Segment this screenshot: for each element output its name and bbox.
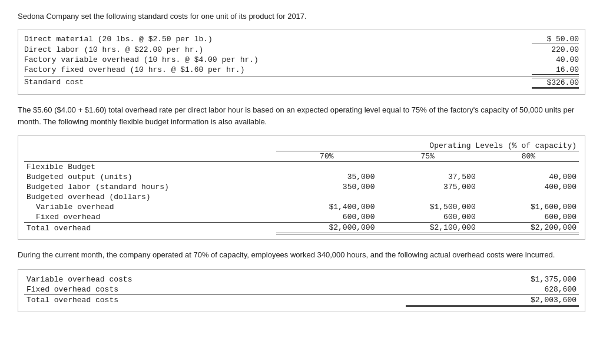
flex-fixed-label: Fixed overhead	[24, 212, 276, 223]
flex-units-v2: 40,000	[478, 172, 579, 182]
column-headers-row: 70% 75% 80%	[24, 151, 579, 162]
operating-levels-header-row: Operating Levels (% of capacity)	[24, 141, 579, 151]
flex-empty-header	[24, 141, 276, 151]
actual-total-value: $2,003,600	[406, 294, 579, 306]
flex-budget-label: Flexible Budget	[24, 162, 276, 173]
flex-total-v2: $2,200,000	[478, 223, 579, 234]
actual-row-fixed: Fixed overhead costs 628,600	[24, 284, 579, 295]
actual-var-value: $1,375,000	[406, 274, 579, 284]
paragraph-text: The $5.60 ($4.00 + $1.60) total overhead…	[18, 104, 585, 127]
actual-fixed-value: 628,600	[406, 284, 579, 295]
flex-row-labor: Budgeted labor (standard hours) 350,000 …	[24, 182, 579, 192]
flexible-budget-section: Operating Levels (% of capacity) 70% 75%…	[18, 135, 585, 240]
flex-var-label: Variable overhead	[24, 202, 276, 212]
paragraph2-text: During the current month, the company op…	[18, 249, 585, 261]
cost-label-var-overhead: Factory variable overhead (10 hrs. @ $4.…	[24, 55, 532, 64]
operating-levels-label: Operating Levels (% of capacity)	[276, 141, 579, 151]
cost-row-var-overhead: Factory variable overhead (10 hrs. @ $4.…	[24, 55, 579, 65]
flex-row-fixed: Fixed overhead 600,000 600,000 600,000	[24, 212, 579, 223]
actual-row-var: Variable overhead costs $1,375,000	[24, 274, 579, 284]
flex-overhead-cat-v0	[276, 192, 377, 202]
flex-total-v1: $2,100,000	[377, 223, 478, 234]
flex-labor-v0: 350,000	[276, 182, 377, 192]
col-75: 75%	[377, 151, 478, 162]
flex-units-v0: 35,000	[276, 172, 377, 182]
flex-row-overhead-cat: Budgeted overhead (dollars)	[24, 192, 579, 202]
flex-fixed-v0: 600,000	[276, 212, 377, 223]
cost-value-total: $326.00	[532, 78, 579, 89]
cost-label-fixed-overhead: Factory fixed overhead (10 hrs. @ $1.60 …	[24, 65, 532, 75]
cost-value-labor: 220.00	[532, 45, 579, 54]
flex-labor-v1: 375,000	[377, 182, 478, 192]
flex-fixed-v1: 600,000	[377, 212, 478, 223]
flex-total-v0: $2,000,000	[276, 223, 377, 234]
flex-total-label: Total overhead	[24, 223, 276, 234]
flex-row0-v2	[478, 162, 579, 173]
flex-label-header	[24, 151, 276, 162]
flexible-budget-table: Operating Levels (% of capacity) 70% 75%…	[24, 141, 579, 234]
cost-row-fixed-overhead: Factory fixed overhead (10 hrs. @ $1.60 …	[24, 65, 579, 75]
actual-costs-section: Variable overhead costs $1,375,000 Fixed…	[18, 269, 585, 312]
flex-labor-label: Budgeted labor (standard hours)	[24, 182, 276, 192]
actual-fixed-label: Fixed overhead costs	[24, 284, 406, 295]
cost-label-labor: Direct labor (10 hrs. @ $22.00 per hr.)	[24, 45, 532, 54]
cost-value-var-overhead: 40.00	[532, 55, 579, 64]
flex-var-v1: $1,500,000	[377, 202, 478, 212]
actual-costs-table: Variable overhead costs $1,375,000 Fixed…	[24, 274, 579, 307]
standard-costs-section: Direct material (20 lbs. @ $2.50 per lb.…	[18, 29, 585, 95]
cost-row-labor: Direct labor (10 hrs. @ $22.00 per hr.) …	[24, 45, 579, 55]
flex-var-v2: $1,600,000	[478, 202, 579, 212]
flex-row-total: Total overhead $2,000,000 $2,100,000 $2,…	[24, 223, 579, 234]
cost-row-material: Direct material (20 lbs. @ $2.50 per lb.…	[24, 34, 579, 45]
actual-var-label: Variable overhead costs	[24, 274, 406, 284]
flex-row-header: Flexible Budget	[24, 162, 579, 173]
actual-total-label: Total overhead costs	[24, 294, 406, 306]
col-80: 80%	[478, 151, 579, 162]
flex-row0-v0	[276, 162, 377, 173]
flex-row-units: Budgeted output (units) 35,000 37,500 40…	[24, 172, 579, 182]
flex-var-v0: $1,400,000	[276, 202, 377, 212]
cost-value-fixed-overhead: 16.00	[532, 65, 579, 75]
flex-row-var: Variable overhead $1,400,000 $1,500,000 …	[24, 202, 579, 212]
flex-row0-v1	[377, 162, 478, 173]
cost-label-material: Direct material (20 lbs. @ $2.50 per lb.…	[24, 35, 532, 44]
cost-row-total: Standard cost $326.00	[24, 77, 579, 90]
intro-text: Sedona Company set the following standar…	[18, 12, 585, 21]
flex-fixed-v2: 600,000	[478, 212, 579, 223]
flex-labor-v2: 400,000	[478, 182, 579, 192]
flex-units-label: Budgeted output (units)	[24, 172, 276, 182]
col-70: 70%	[276, 151, 377, 162]
flex-units-v1: 37,500	[377, 172, 478, 182]
cost-value-material: $ 50.00	[532, 35, 579, 44]
cost-label-total: Standard cost	[24, 78, 532, 89]
standard-costs-table: Direct material (20 lbs. @ $2.50 per lb.…	[24, 34, 579, 90]
flex-overhead-cat-v2	[478, 192, 579, 202]
flex-overhead-cat-label: Budgeted overhead (dollars)	[24, 192, 276, 202]
actual-row-total: Total overhead costs $2,003,600	[24, 294, 579, 306]
flex-overhead-cat-v1	[377, 192, 478, 202]
